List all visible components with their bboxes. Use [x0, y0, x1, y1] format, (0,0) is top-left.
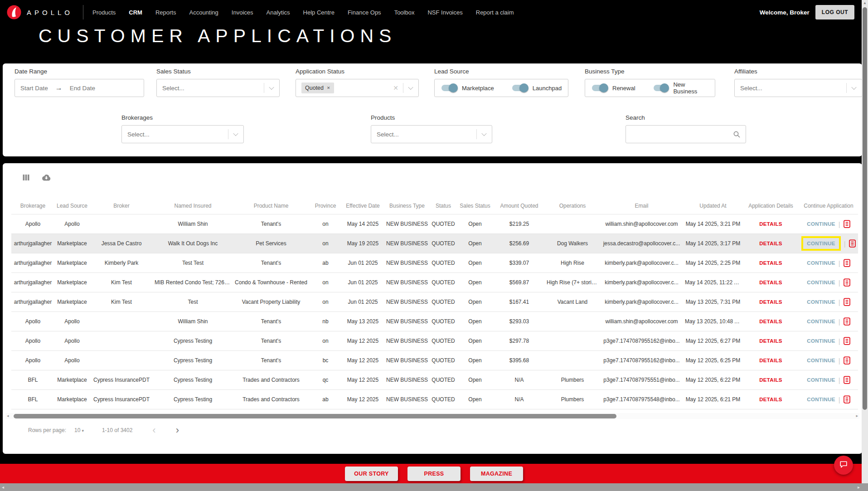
nav-item-analytics[interactable]: Analytics [267, 9, 290, 16]
nav-item-nsf-invoices[interactable]: NSF Invoices [427, 9, 462, 16]
cell-brokerage: arthurjgallagher [11, 279, 54, 286]
details-link[interactable]: DETAILS [759, 299, 782, 305]
application-document-icon[interactable] [844, 376, 850, 384]
start-date-placeholder[interactable]: Start Date [20, 85, 48, 92]
nav-item-crm[interactable]: CRM [129, 9, 142, 16]
cell-email: p3ge7.1747087955162@inbo... [600, 357, 684, 364]
nav-item-help-centre[interactable]: Help Centre [303, 9, 335, 16]
clear-all-icon[interactable]: ✕ [393, 84, 398, 92]
chat-button[interactable] [834, 456, 853, 475]
details-link[interactable]: DETAILS [759, 377, 782, 383]
search-input[interactable] [631, 131, 740, 138]
cell-business-type: NEW BUSINESS [384, 279, 430, 286]
search-icon[interactable] [733, 131, 741, 140]
continue-link[interactable]: CONTINUE [807, 319, 835, 324]
continue-link[interactable]: CONTINUE [807, 299, 835, 305]
details-link[interactable]: DETAILS [759, 397, 782, 402]
chevron-down-icon[interactable] [233, 131, 238, 136]
cloud-download-icon[interactable] [40, 174, 51, 181]
highlighted-continue-box[interactable]: CONTINUE [801, 236, 840, 251]
nav-item-accounting[interactable]: Accounting [189, 9, 218, 16]
details-link[interactable]: DETAILS [759, 358, 782, 363]
application-document-icon[interactable] [844, 337, 850, 345]
application-document-icon[interactable] [844, 395, 850, 403]
cell-brokerage: arthurjgallagher [11, 299, 54, 305]
details-link[interactable]: DETAILS [759, 221, 782, 227]
nav-item-report-a-claim[interactable]: Report a claim [476, 9, 514, 16]
vertical-scrollbar-thumb[interactable] [863, 7, 867, 410]
horizontal-scrollbar-thumb[interactable] [14, 414, 616, 418]
application-document-icon[interactable] [844, 317, 850, 326]
lead-source-toggle-launchpad[interactable]: Launchpad [512, 85, 562, 92]
logout-button[interactable]: LOG OUT [815, 5, 854, 19]
nav-item-products[interactable]: Products [92, 9, 116, 16]
next-page-icon[interactable]: › [176, 427, 179, 433]
application-document-icon[interactable] [844, 356, 850, 365]
cell-broker: Kim Test [90, 279, 153, 286]
footer-button-our-story[interactable]: OUR STORY [345, 467, 398, 481]
continue-link[interactable]: CONTINUE [807, 358, 835, 363]
business-type-toggle-new-business[interactable]: New Business [654, 81, 709, 95]
columns-icon[interactable] [23, 174, 29, 181]
application-document-icon[interactable] [844, 298, 850, 306]
table-horizontal-scrollbar[interactable]: ◂ ▸ [5, 413, 859, 419]
continue-link[interactable]: CONTINUE [807, 377, 835, 383]
details-link[interactable]: DETAILS [759, 280, 782, 285]
date-range-field[interactable]: Start Date → End Date [15, 79, 144, 97]
scroll-left-icon[interactable]: ◂ [7, 413, 9, 418]
scroll-up-icon[interactable]: ▲ [862, 1, 868, 5]
scroll-right-icon[interactable]: ▸ [858, 484, 860, 490]
brokerages-select[interactable]: Select... [121, 125, 244, 143]
details-link[interactable]: DETAILS [759, 260, 782, 266]
continue-link[interactable]: CONTINUE [807, 280, 835, 285]
cell-continue-application: CONTINUE| [799, 376, 858, 384]
continue-link[interactable]: CONTINUE [807, 221, 835, 227]
details-link[interactable]: DETAILS [759, 319, 782, 324]
page-horizontal-scrollbar[interactable]: ◂ ▸ [0, 483, 868, 491]
scroll-left-icon[interactable]: ◂ [2, 484, 4, 490]
nav-item-toolbox[interactable]: Toolbox [394, 9, 415, 16]
details-link[interactable]: DETAILS [759, 338, 782, 344]
nav-item-finance-ops[interactable]: Finance Ops [348, 9, 381, 16]
action-divider: | [839, 220, 840, 228]
cell-status: QUOTED [430, 221, 457, 227]
brand[interactable]: APOLLO [6, 5, 73, 20]
action-divider: | [844, 240, 846, 248]
end-date-placeholder[interactable]: End Date [70, 85, 95, 92]
affiliates-select[interactable]: Select... [734, 79, 862, 97]
cell-email: p3ge7.1747087975551@inbo... [600, 377, 684, 383]
column-header-effective-date: Effective Date [341, 203, 384, 209]
nav-divider [83, 5, 83, 19]
continue-link[interactable]: CONTINUE [807, 260, 835, 266]
tag-remove-icon[interactable]: ✕ [327, 86, 330, 90]
cell-updated-at: May 14 2025, 3:17 PM [684, 240, 742, 247]
cell-product-name: Trades and Contractors [233, 396, 310, 403]
sales-status-select[interactable]: Select... [156, 79, 280, 97]
application-document-icon[interactable] [849, 239, 856, 248]
nav-item-reports[interactable]: Reports [155, 9, 176, 16]
application-document-icon[interactable] [844, 259, 850, 267]
rows-per-page-select[interactable]: 10▾ [74, 427, 84, 433]
chevron-down-icon[interactable] [851, 85, 856, 90]
chevron-down-icon[interactable] [408, 85, 413, 90]
continue-link[interactable]: CONTINUE [807, 241, 835, 246]
cell-status: QUOTED [430, 357, 457, 364]
footer-button-magazine[interactable]: MAGAZINE [470, 467, 523, 481]
lead-source-toggle-marketplace[interactable]: Marketplace [441, 85, 494, 92]
scroll-right-icon[interactable]: ▸ [856, 413, 858, 418]
application-status-select[interactable]: Quoted ✕ ✕ [296, 79, 419, 97]
details-link[interactable]: DETAILS [759, 241, 782, 246]
business-type-toggle-renewal[interactable]: Renewal [592, 85, 635, 92]
continue-link[interactable]: CONTINUE [807, 397, 835, 402]
products-select[interactable]: Select... [371, 125, 492, 143]
chevron-down-icon[interactable] [481, 131, 486, 136]
application-document-icon[interactable] [844, 278, 850, 287]
previous-page-icon[interactable]: ‹ [152, 427, 155, 433]
continue-link[interactable]: CONTINUE [807, 338, 835, 344]
vertical-scrollbar[interactable]: ▲ [862, 0, 868, 483]
chevron-down-icon[interactable] [269, 85, 274, 90]
footer-button-press[interactable]: PRESS [407, 467, 461, 481]
cell-continue-application: CONTINUE| [799, 236, 858, 251]
nav-item-invoices[interactable]: Invoices [232, 9, 253, 16]
application-document-icon[interactable] [844, 220, 850, 228]
